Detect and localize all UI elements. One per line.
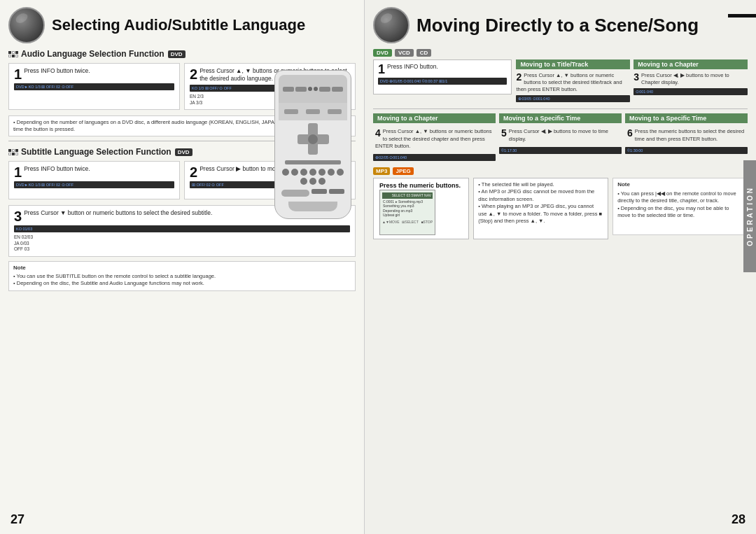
num-btn-3	[300, 169, 307, 176]
screen-right-1: DVD ⊕01/05 ⊙001:040 ©0:00:37 ⊞1/1	[378, 78, 507, 85]
remote-base	[288, 202, 337, 211]
remote-mid-btn-3	[328, 109, 342, 114]
divider-right	[373, 108, 748, 109]
remote-btn-3	[319, 87, 330, 92]
remote-illustration	[267, 70, 358, 219]
screen-sim-5: KO 01/03	[14, 225, 350, 232]
left-header: Selecting Audio/Subtitle Language	[8, 7, 356, 43]
right-top-right: Moving to a Title/Track 2 Press Cursor ▲…	[516, 59, 748, 104]
remote-btn-2	[295, 87, 307, 92]
audio-title: Audio Language Selection Function	[21, 49, 164, 59]
remote-bot-btn-2	[329, 189, 344, 194]
specific-time-1-header: Moving to a Specific Time	[499, 113, 622, 123]
badge-row: DVD VCD CD	[373, 49, 748, 57]
screen-right-6: ©1:30:00	[625, 147, 748, 154]
device-screen: SELECT 03 SMART NAV C:0001 ▸ Something.m…	[379, 190, 435, 235]
num-btn-6	[328, 169, 335, 176]
right-bottom-grid: Moving to a Chapter 4 Press Cursor ▲, ▼ …	[373, 113, 748, 162]
screen-right-4: ⊕02/05 ⊙001:040	[373, 154, 496, 161]
left-panel: Selecting Audio/Subtitle Language Audio …	[0, 0, 364, 534]
remote-dpad	[298, 123, 329, 155]
screen-right-5: ©1:17:30	[499, 147, 622, 154]
num-btn-0	[318, 178, 326, 185]
audio-sub-header: Audio Language Selection Function DVD	[8, 49, 356, 59]
pattern-icon-2	[8, 149, 18, 155]
remote-bottom	[279, 157, 347, 214]
remote-btn-sm-1	[308, 87, 312, 91]
remote-mid-btn-1	[284, 109, 298, 114]
specific-time-2-box: Moving to a Specific Time 6 Press the nu…	[625, 113, 748, 162]
mp3-section-row: Press the numeric buttons. SELECT 03 SMA…	[373, 178, 748, 240]
screen-right-2: ⊕03/05 ⊙001:040	[516, 95, 630, 102]
step1-container: 1 Press INFO button. DVD ⊕01/05 ⊙001:040…	[373, 59, 512, 104]
remote-btn-sm-2	[314, 87, 318, 91]
operation-sidebar: OPERATION	[743, 160, 756, 272]
audio-step1: 1 Press INFO button twice. DVD ▸ KO 1/3 …	[8, 63, 180, 110]
num-btn-7	[337, 169, 344, 176]
subtitle-title: Subtitle Language Selection Function	[21, 147, 172, 157]
title-track-header: Moving to a Title/Track	[516, 59, 630, 69]
right-note-box: Note • You can press |◀◀ on the remote c…	[612, 178, 748, 236]
screen-right-3: ⊙001:040	[634, 88, 748, 95]
num-btn-9	[309, 178, 316, 185]
num-btn-1	[282, 169, 289, 176]
dpad-center	[308, 134, 318, 144]
chapter-header-top: Moving to a Chapter	[634, 59, 748, 69]
mp3-badge: MP3	[373, 167, 390, 175]
num-btn-2	[291, 169, 298, 176]
title-chapter-row: Moving to a Title/Track 2 Press Cursor ▲…	[516, 59, 748, 104]
remote-mid-btn-2	[306, 109, 320, 114]
chapter-mid-box: Moving to a Chapter 4 Press Cursor ▲, ▼ …	[373, 113, 496, 162]
num-btn-4	[309, 169, 316, 176]
audio-badge: DVD	[168, 50, 186, 58]
specific-time-1-box: Moving to a Specific Time 5 Press Cursor…	[499, 113, 622, 162]
right-panel: Moving Directly to a Scene/Song DVD VCD …	[364, 0, 756, 534]
left-bottom-note: Note • You can use the SUBTITLE button o…	[8, 261, 356, 291]
subtitle-step1: 1 Press INFO button twice. DVD ▸ KO 1/3 …	[8, 161, 180, 199]
subtitle-badge: DVD	[175, 148, 192, 156]
title-track-box: Moving to a Title/Track 2 Press Cursor ▲…	[516, 59, 630, 104]
screen-sim-1: DVD ▸ KO 1/3 ⊞ OFF/ 02 ⊙ OFF	[14, 83, 174, 90]
num-btn-8	[300, 178, 307, 185]
mp3-note-box: • The selected file will be played. • An…	[473, 178, 608, 240]
right-title: Moving Directly to a Scene/Song	[416, 15, 699, 36]
remote-top	[279, 75, 347, 103]
jpeg-badge: JPEG	[393, 167, 413, 175]
page-number-right: 28	[732, 512, 746, 527]
disc-icon-left	[8, 7, 45, 43]
mp3-jpeg-badge-row: MP3 JPEG	[373, 167, 748, 175]
specific-time-2-header: Moving to a Specific Time	[625, 113, 748, 123]
dvd-badge: DVD	[373, 49, 392, 57]
page-number-left: 27	[10, 512, 24, 527]
step1-box: 1 Press INFO button. DVD ⊕01/05 ⊙001:040…	[373, 59, 512, 94]
remote-bot-btn-1	[312, 189, 327, 194]
chapter-top-box: Moving to a Chapter 3 Press Cursor ◀, ▶ …	[634, 59, 748, 104]
right-top-section: 1 Press INFO button. DVD ⊕01/05 ⊙001:040…	[373, 59, 748, 104]
cd-badge: CD	[416, 49, 432, 57]
operation-label: OPERATION	[746, 186, 754, 246]
screen-sim-3: DVD ▸ KO 1/3 ⊞ OFF/ 02 ⊙ OFF	[14, 181, 174, 188]
black-bar	[728, 14, 756, 17]
remote-btn-1	[283, 87, 294, 92]
right-header: Moving Directly to a Scene/Song	[373, 7, 748, 43]
disc-icon-right	[373, 7, 410, 43]
mp3-press-box: Press the numeric buttons. SELECT 03 SMA…	[373, 178, 469, 240]
pattern-icon	[8, 51, 18, 57]
remote-mid	[279, 103, 347, 120]
remote-oval-btn	[281, 190, 309, 197]
remote-wide-btn	[285, 160, 341, 164]
left-title: Selecting Audio/Subtitle Language	[52, 17, 305, 34]
num-btn-5	[318, 169, 326, 176]
remote-btn-4	[332, 87, 343, 92]
remote-body	[274, 70, 351, 219]
vcd-badge: VCD	[395, 49, 414, 57]
chapter-mid-header: Moving to a Chapter	[373, 113, 496, 123]
